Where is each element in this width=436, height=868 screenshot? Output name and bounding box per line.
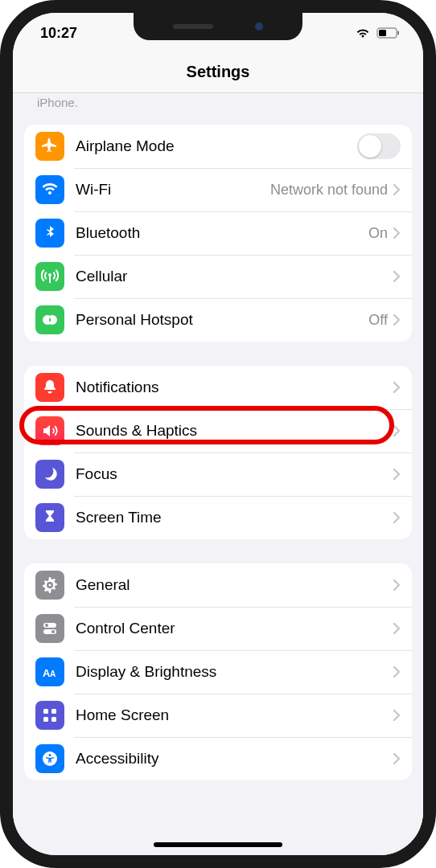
row-label: Airplane Mode (76, 137, 357, 155)
notch (134, 13, 302, 40)
svg-rect-2 (397, 31, 399, 35)
chevron-right-icon (393, 709, 401, 722)
settings-group: GeneralControl CenterDisplay & Brightnes… (24, 563, 412, 780)
row-screen-time[interactable]: Screen Time (24, 496, 412, 539)
chevron-right-icon (393, 424, 401, 437)
battery-icon (376, 27, 401, 39)
row-label: Control Center (76, 620, 393, 637)
row-cellular[interactable]: Cellular (24, 255, 412, 298)
row-home-screen[interactable]: Home Screen (24, 694, 412, 737)
row-label: Cellular (76, 268, 393, 285)
airplane-icon (35, 132, 64, 161)
bell-icon (35, 373, 64, 402)
chevron-right-icon (393, 665, 401, 678)
switch-airplane-mode[interactable] (357, 133, 401, 159)
gear-icon (35, 571, 64, 600)
row-focus[interactable]: Focus (24, 452, 412, 496)
wifi-icon (35, 175, 64, 204)
chevron-right-icon (393, 752, 401, 765)
hourglass-icon (35, 503, 64, 532)
speaker-icon (35, 416, 64, 445)
status-time: 10:27 (40, 25, 77, 42)
row-label: General (76, 576, 393, 594)
row-notifications[interactable]: Notifications (24, 366, 412, 409)
home-indicator[interactable] (154, 842, 282, 847)
grid-icon (35, 701, 64, 730)
row-detail: Network not found (270, 182, 388, 199)
status-icons (355, 27, 401, 39)
settings-content[interactable]: There are 27 days remaining to add Apple… (13, 93, 423, 855)
chevron-right-icon (393, 622, 401, 635)
applecare-note: There are 27 days remaining to add Apple… (13, 93, 423, 118)
chevron-right-icon (393, 183, 401, 196)
row-sounds-haptics[interactable]: Sounds & Haptics (24, 409, 412, 452)
chevron-right-icon (393, 381, 401, 394)
chevron-right-icon (393, 579, 401, 592)
row-label: Home Screen (76, 706, 393, 724)
row-label: Notifications (76, 379, 393, 396)
screen: 10:27 Settings There are 27 days remaini… (13, 13, 423, 855)
row-detail: Off (368, 312, 388, 329)
row-detail: On (368, 225, 388, 242)
row-bluetooth[interactable]: BluetoothOn (24, 211, 412, 255)
hotspot-icon (35, 305, 64, 334)
chevron-right-icon (393, 270, 401, 283)
chevron-right-icon (393, 511, 401, 524)
settings-group: NotificationsSounds & HapticsFocusScreen… (24, 366, 412, 539)
row-label: Accessibility (76, 750, 393, 768)
chevron-right-icon (393, 468, 401, 481)
chevron-right-icon (393, 313, 401, 326)
header: Settings (13, 53, 423, 93)
row-label: Personal Hotspot (76, 311, 368, 329)
row-wi-fi[interactable]: Wi-FiNetwork not found (24, 168, 412, 211)
svg-rect-1 (379, 30, 386, 36)
row-label: Wi-Fi (76, 181, 270, 199)
text-size-icon (35, 657, 64, 686)
row-accessibility[interactable]: Accessibility (24, 737, 412, 780)
wifi-status-icon (355, 27, 371, 39)
row-airplane-mode[interactable]: Airplane Mode (24, 125, 412, 168)
row-personal-hotspot[interactable]: Personal HotspotOff (24, 298, 412, 342)
row-control-center[interactable]: Control Center (24, 607, 412, 650)
row-display-brightness[interactable]: Display & Brightness (24, 650, 412, 694)
accessibility-icon (35, 744, 64, 773)
toggles-icon (35, 614, 64, 643)
page-title: Settings (13, 63, 423, 81)
antenna-icon (35, 262, 64, 291)
chevron-right-icon (393, 227, 401, 240)
row-label: Display & Brightness (76, 663, 393, 681)
settings-group: Airplane ModeWi-FiNetwork not foundBluet… (24, 125, 412, 342)
row-label: Focus (76, 465, 393, 483)
bluetooth-icon (35, 219, 64, 248)
phone-frame: 10:27 Settings There are 27 days remaini… (0, 0, 436, 868)
row-general[interactable]: General (24, 563, 412, 607)
moon-icon (35, 460, 64, 489)
row-label: Sounds & Haptics (76, 422, 393, 440)
row-label: Bluetooth (76, 224, 368, 242)
row-label: Screen Time (76, 509, 393, 526)
